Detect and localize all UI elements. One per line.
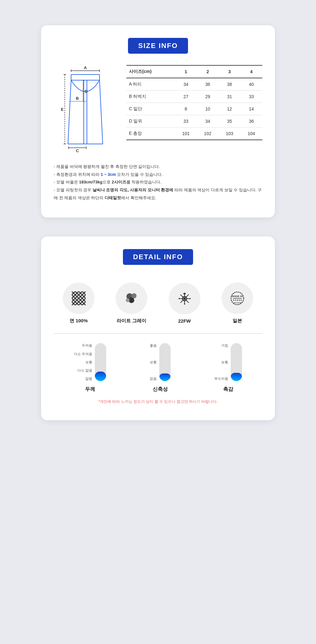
table-row: C 밑단8101214 (126, 103, 262, 115)
svg-point-34 (126, 298, 130, 302)
gauge-labels: 좋음보통없음 (150, 343, 157, 381)
gauge-label: 부드러움 (214, 376, 228, 381)
row-value: 102 (197, 128, 219, 140)
gauge-bar (95, 343, 106, 381)
row-value: 10 (197, 103, 219, 115)
col-header-1: 1 (175, 65, 197, 78)
col-header-2: 2 (197, 65, 219, 78)
row-value: 31 (219, 91, 240, 103)
row-value: 38 (219, 78, 240, 91)
row-value: 8 (175, 103, 197, 115)
gauge-label: 보통 (150, 360, 157, 365)
row-value: 12 (219, 103, 240, 115)
detail-icon-season: 22FW (169, 283, 200, 324)
size-info-card: SIZE INFO A E (41, 25, 275, 218)
size-content: A E B D C (54, 65, 262, 153)
size-info-badge: SIZE INFO (128, 38, 188, 54)
gauge-fill (159, 373, 171, 381)
svg-text:★★★★★: ★★★★★ (233, 299, 242, 301)
note-line: - 모델 피팅컷의 경우 날씨나 조명의 각도, 사용자의 모니터 환경에 따라… (54, 186, 262, 202)
fabric-icon-label: 면 100% (70, 318, 88, 324)
detail-icons-row: 면 100% 라이트 그레이 22FW MADE IN ★★★★★ ★★★★★ … (54, 283, 262, 324)
svg-text:MADE IN: MADE IN (232, 295, 243, 298)
gauge-name: 두께 (85, 386, 95, 393)
row-value: 35 (219, 115, 240, 128)
row-label: A 허리 (126, 78, 175, 91)
row-value: 14 (240, 103, 262, 115)
svg-text:E: E (61, 107, 64, 112)
season-icon-label: 22FW (178, 318, 191, 324)
row-value: 101 (175, 128, 197, 140)
gauge-name: 촉감 (223, 386, 233, 393)
gauge-label: 두꺼움 (74, 343, 92, 348)
row-label: E 총장 (126, 128, 175, 140)
row-value: 103 (219, 128, 240, 140)
gauge-note: *개인에 따라 느끼는 정도가 상이 할 수 있으니 참고만 하시기 바랍니다. (54, 399, 262, 404)
size-notes: - 제품을 바닥에 평평하게 펼친 후 측정한 단면 길이입니다.- 측정환경과… (54, 163, 262, 202)
madein-icon-circle: MADE IN ★★★★★ ★★★★★ (222, 283, 253, 314)
gauge-labels: 거침보통부드러움 (214, 343, 228, 381)
row-value: 29 (197, 91, 219, 103)
col-header-label: 사이즈(cm) (126, 65, 175, 78)
svg-text:A: A (84, 65, 87, 70)
gauge-label: 보통 (74, 360, 92, 365)
row-label: C 밑단 (126, 103, 175, 115)
gauge-name: 신축성 (153, 386, 168, 393)
svg-text:★★★★★: ★★★★★ (234, 302, 241, 304)
table-row: E 총장101102103104 (126, 128, 262, 140)
garment-diagram: A E B D C (54, 65, 117, 153)
gauge-신축성: 좋음보통없음신축성 (150, 343, 171, 393)
svg-point-46 (189, 298, 191, 299)
gauge-fill (95, 372, 106, 381)
gauge-divider (54, 333, 262, 334)
color-icon-label: 라이트 그레이 (117, 318, 146, 324)
detail-icon-color: 라이트 그레이 (116, 283, 147, 324)
row-value: 34 (175, 78, 197, 91)
size-table: 사이즈(cm) 1 2 3 4 A 허리34363840B 허벅지2729313… (126, 65, 262, 140)
gauge-label: 없음 (150, 376, 157, 381)
svg-point-45 (179, 298, 180, 299)
gauge-label: 얇음 (74, 376, 92, 381)
detail-info-card: DETAIL INFO 면 100% 라이트 그레이 (41, 236, 275, 420)
row-value: 27 (175, 91, 197, 103)
table-row: A 허리34363840 (126, 78, 262, 91)
row-value: 40 (240, 78, 262, 91)
row-label: B 허벅지 (126, 91, 175, 103)
gauge-label: 다소 두꺼움 (74, 352, 92, 356)
table-row: B 허벅지27293133 (126, 91, 262, 103)
svg-point-44 (184, 303, 185, 305)
gauge-label: 보통 (214, 360, 228, 365)
note-line: - 모델 바울은 183cm/73kg으로 2사이즈를 착용하였습니다. (54, 178, 262, 186)
season-icon-circle (169, 283, 200, 314)
fabric-icon-circle (63, 283, 94, 314)
row-value: 33 (175, 115, 197, 128)
gauge-label: 다소 얇음 (74, 368, 92, 373)
svg-text:C: C (76, 148, 79, 153)
table-row: D 밑위33343536 (126, 115, 262, 128)
detail-icon-fabric: 면 100% (63, 283, 94, 324)
svg-point-43 (184, 293, 185, 294)
note-line: - 측정환경과 위치에 따라 1 ~ 3cm 오차가 있을 수 있습니다. (54, 171, 262, 179)
madein-icon-label: 일본 (233, 318, 242, 324)
row-value: 36 (197, 78, 219, 91)
row-value: 34 (197, 115, 219, 128)
color-icon-circle (116, 283, 147, 314)
gauge-bar (231, 343, 242, 381)
gauge-촉감: 거침보통부드러움촉감 (214, 343, 242, 393)
gauge-fill (231, 373, 242, 381)
row-value: 33 (240, 91, 262, 103)
gauge-두께: 두꺼움다소 두꺼움보통다소 얇음얇음두께 (74, 343, 106, 393)
gauge-bar (159, 343, 171, 381)
gauges-row: 두꺼움다소 두꺼움보통다소 얇음얇음두께좋음보통없음신축성거침보통부드러움촉감 (54, 343, 262, 393)
gauge-labels: 두꺼움다소 두꺼움보통다소 얇음얇음 (74, 343, 92, 381)
svg-rect-0 (71, 75, 100, 80)
note-line: - 제품을 바닥에 평평하게 펼친 후 측정한 단면 길이입니다. (54, 163, 262, 171)
gauge-label: 좋음 (150, 343, 157, 348)
col-header-4: 4 (240, 65, 262, 78)
svg-text:D: D (85, 89, 88, 94)
row-label: D 밑위 (126, 115, 175, 128)
detail-info-badge: DETAIL INFO (123, 249, 193, 265)
svg-text:B: B (76, 96, 79, 101)
col-header-3: 3 (219, 65, 240, 78)
row-value: 104 (240, 128, 262, 140)
